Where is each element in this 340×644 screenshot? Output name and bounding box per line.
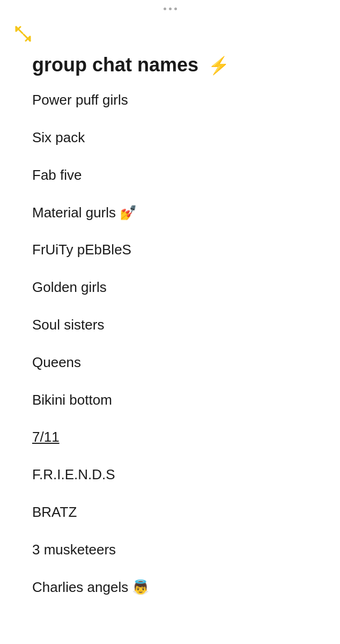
list-item: Soul sisters <box>32 306 308 344</box>
list-item: Queens <box>32 344 308 382</box>
list-item-text: 7/11 <box>32 429 60 445</box>
group-chat-list: Power puff girlsSix packFab fiveMaterial… <box>32 82 308 606</box>
list-item-text: Power puff girls <box>32 92 128 108</box>
list-item: Six pack <box>32 119 308 157</box>
list-item-text: Soul sisters <box>32 317 104 333</box>
list-item-text: Charlies angels 👼 <box>32 579 149 595</box>
title-text: group chat names <box>32 54 198 76</box>
main-content: group chat names ⚡ Power puff girlsSix p… <box>0 10 340 638</box>
list-item-text: 3 musketeers <box>32 541 116 558</box>
list-item: F.R.I.E.N.D.S <box>32 456 308 494</box>
list-item-text: BRATZ <box>32 504 77 520</box>
list-item-text: Material gurls 💅 <box>32 204 137 221</box>
list-item-text: FrUiTy pEbBleS <box>32 241 131 258</box>
list-item-text: Golden girls <box>32 279 107 295</box>
list-item: 3 musketeers <box>32 531 308 569</box>
title-emoji: ⚡ <box>208 56 230 75</box>
dot-2 <box>169 8 172 10</box>
list-item-text: F.R.I.E.N.D.S <box>32 466 115 482</box>
dot-1 <box>164 8 166 10</box>
top-handle <box>0 0 340 10</box>
list-item-text: Bikini bottom <box>32 392 112 408</box>
list-item: Material gurls 💅 <box>32 194 308 232</box>
list-item: Bikini bottom <box>32 382 308 419</box>
page-title: group chat names ⚡ <box>32 53 308 76</box>
list-item: Golden girls <box>32 269 308 306</box>
list-item-text: Fab five <box>32 167 82 183</box>
list-item: 7/11 <box>32 419 308 456</box>
list-item: Power puff girls <box>32 82 308 119</box>
list-item-text: Six pack <box>32 129 85 145</box>
list-item-text: Queens <box>32 354 81 370</box>
dot-3 <box>174 8 177 10</box>
list-item: Charlies angels 👼 <box>32 569 308 606</box>
list-item: Fab five <box>32 157 308 194</box>
list-item: BRATZ <box>32 494 308 531</box>
expand-icon[interactable] <box>15 26 31 42</box>
list-item: FrUiTy pEbBleS <box>32 231 308 269</box>
